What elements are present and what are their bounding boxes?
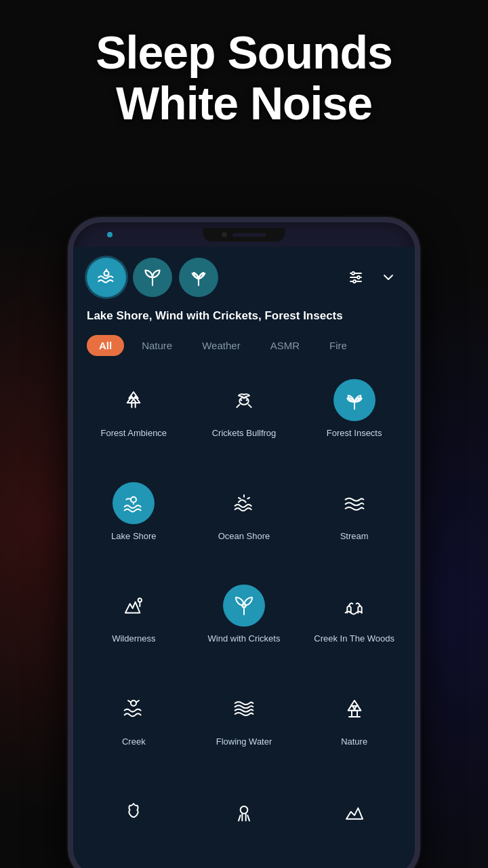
forest-insects-icon-wrap	[333, 379, 375, 421]
app-title: Sleep Sounds White Noise	[0, 27, 488, 129]
phone-notch	[203, 228, 285, 241]
sound-creek[interactable]: Creek	[80, 675, 188, 776]
flowing-water-label: Flowing Water	[216, 736, 272, 748]
active-sound-wind-crickets[interactable]	[133, 258, 172, 297]
misc2-icon	[233, 801, 255, 823]
crickets-bullfrog-label: Crickets Bullfrog	[212, 428, 277, 439]
camera-dot	[222, 232, 227, 237]
sound-stream[interactable]: Stream	[300, 470, 408, 570]
sound-ocean-shore[interactable]: Ocean Shore	[190, 470, 298, 570]
crickets-bullfrog-icon	[233, 389, 255, 411]
svg-point-18	[242, 604, 245, 608]
lake-shore-label: Lake Shore	[111, 531, 157, 542]
sound-crickets-bullfrog[interactable]: Crickets Bullfrog	[190, 367, 298, 467]
svg-line-15	[247, 498, 249, 498]
tab-fire[interactable]: Fire	[317, 335, 359, 356]
waves-icon	[97, 268, 116, 287]
misc1-icon	[123, 801, 144, 823]
ocean-shore-icon	[233, 492, 255, 514]
creek-label: Creek	[122, 736, 146, 748]
svg-point-4	[352, 272, 354, 275]
svg-line-21	[136, 701, 139, 703]
ocean-shore-label: Ocean Shore	[218, 531, 270, 542]
wilderness-icon	[123, 595, 144, 616]
nature-icon-wrap	[333, 688, 375, 730]
tab-asmr[interactable]: ASMR	[258, 335, 312, 356]
leaf-icon	[143, 268, 162, 287]
active-sound-lakeshore[interactable]	[87, 258, 126, 297]
forest-ambience-label: Forest Ambience	[101, 428, 167, 439]
crickets-bullfrog-icon-wrap	[223, 379, 265, 421]
misc3-icon-wrap	[333, 791, 375, 833]
equalizer-button[interactable]	[343, 264, 369, 290]
power-button	[418, 304, 420, 344]
tab-all[interactable]: All	[87, 335, 124, 356]
svg-point-11	[246, 399, 248, 401]
title-area: Sleep Sounds White Noise	[0, 27, 488, 129]
svg-point-25	[241, 806, 248, 814]
nature-label: Nature	[341, 736, 367, 748]
svg-point-10	[241, 399, 243, 401]
flowing-water-icon-wrap	[223, 688, 265, 730]
forest-ambience-icon	[123, 389, 144, 411]
creek-woods-label: Creek In The Woods	[314, 633, 394, 645]
active-sound-forest-insects[interactable]	[179, 258, 218, 297]
stream-label: Stream	[340, 531, 369, 542]
now-playing-text: Lake Shore, Wind with Crickets, Forest I…	[73, 302, 415, 335]
svg-point-19	[131, 701, 136, 706]
nature-icon	[344, 698, 365, 719]
svg-line-16	[239, 498, 241, 498]
svg-point-12	[131, 496, 136, 502]
category-tabs: All Nature Weather ASMR Fire	[73, 335, 415, 367]
svg-point-6	[353, 280, 356, 283]
forest-insects-icon	[344, 389, 365, 411]
misc2-icon-wrap	[223, 791, 265, 833]
chevron-down-icon	[380, 269, 396, 285]
sound-wind-with-crickets[interactable]: Wind with Crickets	[190, 572, 298, 673]
sound-misc-1[interactable]	[80, 778, 188, 867]
lake-shore-icon	[123, 492, 144, 514]
sound-forest-insects[interactable]: Forest Insects	[300, 367, 408, 467]
sound-lake-shore[interactable]: Lake Shore	[80, 470, 188, 570]
ocean-shore-icon-wrap	[223, 482, 265, 524]
creek-icon-wrap	[113, 688, 155, 730]
sound-misc-3[interactable]	[300, 778, 408, 867]
forest-ambience-icon-wrap	[113, 379, 155, 421]
wind-crickets-icon	[233, 595, 255, 616]
sound-nature[interactable]: Nature	[300, 675, 408, 776]
wilderness-icon-wrap	[113, 585, 155, 627]
sliders-icon	[348, 269, 364, 285]
sound-wilderness[interactable]: Wilderness	[80, 572, 188, 673]
svg-point-5	[357, 276, 360, 279]
sound-creek-woods[interactable]: Creek In The Woods	[300, 572, 408, 673]
phone-speaker	[232, 233, 266, 237]
creek-icon	[123, 698, 144, 719]
forest-insects-label: Forest Insects	[327, 428, 382, 439]
creek-woods-icon	[344, 595, 365, 616]
wind-with-crickets-label: Wind with Crickets	[208, 633, 281, 645]
flowing-water-icon	[233, 698, 255, 719]
lake-shore-icon-wrap	[113, 482, 155, 524]
sound-misc-2[interactable]	[190, 778, 298, 867]
stream-icon-wrap	[333, 482, 375, 524]
tab-weather[interactable]: Weather	[190, 335, 252, 356]
creek-woods-icon-wrap	[333, 585, 375, 627]
active-sounds-bar	[73, 247, 415, 302]
wind-with-crickets-icon-wrap	[223, 585, 265, 627]
misc1-icon-wrap	[113, 791, 155, 833]
misc3-icon	[344, 801, 365, 823]
phone-frame: Lake Shore, Wind with Crickets, Forest I…	[68, 217, 420, 868]
wilderness-label: Wilderness	[112, 633, 155, 645]
svg-line-20	[128, 701, 131, 703]
sound-forest-ambience[interactable]: Forest Ambience	[80, 367, 188, 467]
phone-screen: Lake Shore, Wind with Crickets, Forest I…	[73, 247, 415, 868]
palm-icon	[189, 268, 208, 287]
sound-grid: Forest Ambience Crickets Bullfrog	[73, 367, 415, 867]
expand-button[interactable]	[375, 264, 401, 290]
tab-nature[interactable]: Nature	[129, 335, 184, 356]
sound-flowing-water[interactable]: Flowing Water	[190, 675, 298, 776]
status-indicator	[107, 232, 113, 237]
stream-icon	[344, 492, 365, 514]
